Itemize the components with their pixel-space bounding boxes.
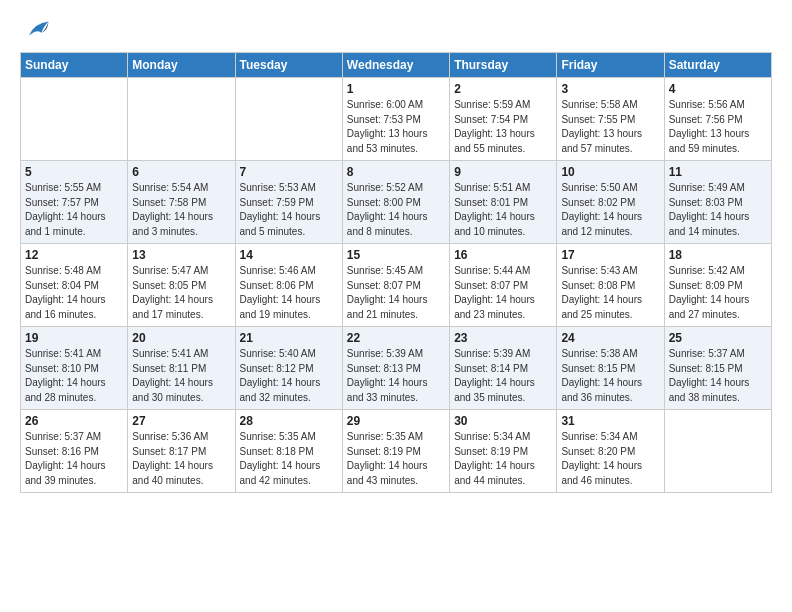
day-detail: Sunrise: 5:48 AM Sunset: 8:04 PM Dayligh… xyxy=(25,264,123,322)
day-detail: Sunrise: 5:43 AM Sunset: 8:08 PM Dayligh… xyxy=(561,264,659,322)
day-detail: Sunrise: 5:37 AM Sunset: 8:15 PM Dayligh… xyxy=(669,347,767,405)
col-header-saturday: Saturday xyxy=(664,53,771,78)
day-number: 14 xyxy=(240,248,338,262)
col-header-tuesday: Tuesday xyxy=(235,53,342,78)
day-number: 19 xyxy=(25,331,123,345)
day-detail: Sunrise: 5:46 AM Sunset: 8:06 PM Dayligh… xyxy=(240,264,338,322)
day-detail: Sunrise: 5:54 AM Sunset: 7:58 PM Dayligh… xyxy=(132,181,230,239)
col-header-friday: Friday xyxy=(557,53,664,78)
day-cell: 7Sunrise: 5:53 AM Sunset: 7:59 PM Daylig… xyxy=(235,161,342,244)
day-detail: Sunrise: 5:35 AM Sunset: 8:19 PM Dayligh… xyxy=(347,430,445,488)
day-number: 13 xyxy=(132,248,230,262)
week-row-2: 5Sunrise: 5:55 AM Sunset: 7:57 PM Daylig… xyxy=(21,161,772,244)
day-detail: Sunrise: 5:49 AM Sunset: 8:03 PM Dayligh… xyxy=(669,181,767,239)
week-row-4: 19Sunrise: 5:41 AM Sunset: 8:10 PM Dayli… xyxy=(21,327,772,410)
day-number: 20 xyxy=(132,331,230,345)
week-row-5: 26Sunrise: 5:37 AM Sunset: 8:16 PM Dayli… xyxy=(21,410,772,493)
day-detail: Sunrise: 5:38 AM Sunset: 8:15 PM Dayligh… xyxy=(561,347,659,405)
day-number: 25 xyxy=(669,331,767,345)
day-cell: 30Sunrise: 5:34 AM Sunset: 8:19 PM Dayli… xyxy=(450,410,557,493)
day-detail: Sunrise: 5:34 AM Sunset: 8:19 PM Dayligh… xyxy=(454,430,552,488)
day-number: 18 xyxy=(669,248,767,262)
day-detail: Sunrise: 5:47 AM Sunset: 8:05 PM Dayligh… xyxy=(132,264,230,322)
day-detail: Sunrise: 5:58 AM Sunset: 7:55 PM Dayligh… xyxy=(561,98,659,156)
day-number: 3 xyxy=(561,82,659,96)
day-cell: 28Sunrise: 5:35 AM Sunset: 8:18 PM Dayli… xyxy=(235,410,342,493)
day-cell: 5Sunrise: 5:55 AM Sunset: 7:57 PM Daylig… xyxy=(21,161,128,244)
day-number: 1 xyxy=(347,82,445,96)
col-header-thursday: Thursday xyxy=(450,53,557,78)
day-detail: Sunrise: 5:55 AM Sunset: 7:57 PM Dayligh… xyxy=(25,181,123,239)
day-detail: Sunrise: 5:45 AM Sunset: 8:07 PM Dayligh… xyxy=(347,264,445,322)
day-cell xyxy=(128,78,235,161)
day-number: 5 xyxy=(25,165,123,179)
day-detail: Sunrise: 6:00 AM Sunset: 7:53 PM Dayligh… xyxy=(347,98,445,156)
day-number: 23 xyxy=(454,331,552,345)
day-detail: Sunrise: 5:42 AM Sunset: 8:09 PM Dayligh… xyxy=(669,264,767,322)
day-cell: 10Sunrise: 5:50 AM Sunset: 8:02 PM Dayli… xyxy=(557,161,664,244)
day-detail: Sunrise: 5:40 AM Sunset: 8:12 PM Dayligh… xyxy=(240,347,338,405)
day-cell: 29Sunrise: 5:35 AM Sunset: 8:19 PM Dayli… xyxy=(342,410,449,493)
day-cell: 4Sunrise: 5:56 AM Sunset: 7:56 PM Daylig… xyxy=(664,78,771,161)
day-number: 12 xyxy=(25,248,123,262)
week-row-1: 1Sunrise: 6:00 AM Sunset: 7:53 PM Daylig… xyxy=(21,78,772,161)
logo-bird-icon xyxy=(22,16,50,44)
day-number: 10 xyxy=(561,165,659,179)
day-detail: Sunrise: 5:34 AM Sunset: 8:20 PM Dayligh… xyxy=(561,430,659,488)
day-number: 27 xyxy=(132,414,230,428)
day-detail: Sunrise: 5:53 AM Sunset: 7:59 PM Dayligh… xyxy=(240,181,338,239)
day-number: 28 xyxy=(240,414,338,428)
day-detail: Sunrise: 5:41 AM Sunset: 8:11 PM Dayligh… xyxy=(132,347,230,405)
day-detail: Sunrise: 5:36 AM Sunset: 8:17 PM Dayligh… xyxy=(132,430,230,488)
day-cell: 3Sunrise: 5:58 AM Sunset: 7:55 PM Daylig… xyxy=(557,78,664,161)
day-cell: 17Sunrise: 5:43 AM Sunset: 8:08 PM Dayli… xyxy=(557,244,664,327)
day-number: 26 xyxy=(25,414,123,428)
day-cell: 6Sunrise: 5:54 AM Sunset: 7:58 PM Daylig… xyxy=(128,161,235,244)
day-detail: Sunrise: 5:56 AM Sunset: 7:56 PM Dayligh… xyxy=(669,98,767,156)
col-header-sunday: Sunday xyxy=(21,53,128,78)
day-cell: 8Sunrise: 5:52 AM Sunset: 8:00 PM Daylig… xyxy=(342,161,449,244)
day-number: 29 xyxy=(347,414,445,428)
day-cell: 18Sunrise: 5:42 AM Sunset: 8:09 PM Dayli… xyxy=(664,244,771,327)
day-cell: 25Sunrise: 5:37 AM Sunset: 8:15 PM Dayli… xyxy=(664,327,771,410)
day-number: 8 xyxy=(347,165,445,179)
day-cell: 1Sunrise: 6:00 AM Sunset: 7:53 PM Daylig… xyxy=(342,78,449,161)
day-detail: Sunrise: 5:41 AM Sunset: 8:10 PM Dayligh… xyxy=(25,347,123,405)
day-number: 31 xyxy=(561,414,659,428)
day-detail: Sunrise: 5:51 AM Sunset: 8:01 PM Dayligh… xyxy=(454,181,552,239)
day-cell: 23Sunrise: 5:39 AM Sunset: 8:14 PM Dayli… xyxy=(450,327,557,410)
day-cell: 22Sunrise: 5:39 AM Sunset: 8:13 PM Dayli… xyxy=(342,327,449,410)
day-cell: 15Sunrise: 5:45 AM Sunset: 8:07 PM Dayli… xyxy=(342,244,449,327)
day-number: 21 xyxy=(240,331,338,345)
day-cell: 16Sunrise: 5:44 AM Sunset: 8:07 PM Dayli… xyxy=(450,244,557,327)
day-cell: 13Sunrise: 5:47 AM Sunset: 8:05 PM Dayli… xyxy=(128,244,235,327)
day-number: 22 xyxy=(347,331,445,345)
day-detail: Sunrise: 5:37 AM Sunset: 8:16 PM Dayligh… xyxy=(25,430,123,488)
day-cell: 19Sunrise: 5:41 AM Sunset: 8:10 PM Dayli… xyxy=(21,327,128,410)
day-cell: 24Sunrise: 5:38 AM Sunset: 8:15 PM Dayli… xyxy=(557,327,664,410)
day-number: 7 xyxy=(240,165,338,179)
col-header-monday: Monday xyxy=(128,53,235,78)
day-detail: Sunrise: 5:59 AM Sunset: 7:54 PM Dayligh… xyxy=(454,98,552,156)
logo xyxy=(20,16,50,44)
day-number: 9 xyxy=(454,165,552,179)
week-row-3: 12Sunrise: 5:48 AM Sunset: 8:04 PM Dayli… xyxy=(21,244,772,327)
day-detail: Sunrise: 5:44 AM Sunset: 8:07 PM Dayligh… xyxy=(454,264,552,322)
day-cell: 27Sunrise: 5:36 AM Sunset: 8:17 PM Dayli… xyxy=(128,410,235,493)
day-cell: 2Sunrise: 5:59 AM Sunset: 7:54 PM Daylig… xyxy=(450,78,557,161)
day-cell: 14Sunrise: 5:46 AM Sunset: 8:06 PM Dayli… xyxy=(235,244,342,327)
day-number: 15 xyxy=(347,248,445,262)
day-number: 30 xyxy=(454,414,552,428)
header xyxy=(20,16,772,44)
day-cell: 9Sunrise: 5:51 AM Sunset: 8:01 PM Daylig… xyxy=(450,161,557,244)
day-cell: 21Sunrise: 5:40 AM Sunset: 8:12 PM Dayli… xyxy=(235,327,342,410)
day-cell xyxy=(21,78,128,161)
day-number: 6 xyxy=(132,165,230,179)
day-cell: 26Sunrise: 5:37 AM Sunset: 8:16 PM Dayli… xyxy=(21,410,128,493)
day-cell: 20Sunrise: 5:41 AM Sunset: 8:11 PM Dayli… xyxy=(128,327,235,410)
day-number: 16 xyxy=(454,248,552,262)
day-number: 11 xyxy=(669,165,767,179)
day-cell: 11Sunrise: 5:49 AM Sunset: 8:03 PM Dayli… xyxy=(664,161,771,244)
day-number: 4 xyxy=(669,82,767,96)
day-number: 24 xyxy=(561,331,659,345)
